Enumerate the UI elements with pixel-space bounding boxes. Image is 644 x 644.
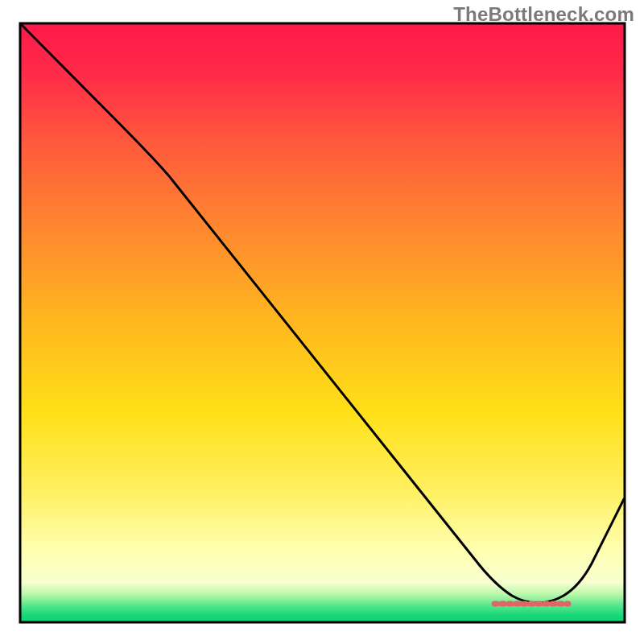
chart-container: TheBottleneck.com bbox=[0, 0, 644, 644]
plot-area bbox=[20, 23, 625, 622]
bottleneck-chart bbox=[0, 0, 644, 644]
